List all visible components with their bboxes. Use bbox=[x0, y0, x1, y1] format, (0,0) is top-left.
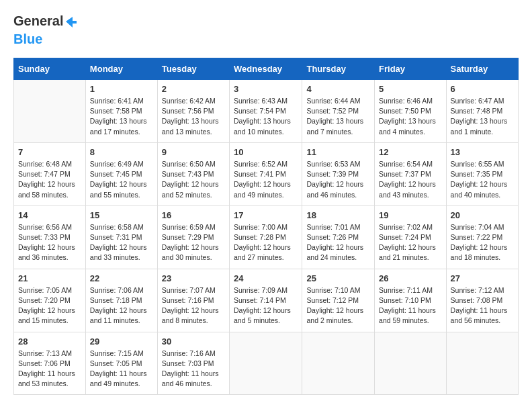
calendar-cell: 30Sunrise: 7:16 AM Sunset: 7:03 PM Dayli… bbox=[157, 332, 229, 395]
calendar-cell: 4Sunrise: 6:44 AM Sunset: 7:52 PM Daylig… bbox=[302, 80, 375, 143]
calendar-week-row-4: 21Sunrise: 7:05 AM Sunset: 7:20 PM Dayli… bbox=[14, 269, 519, 332]
logo-general-text: General bbox=[13, 13, 63, 29]
day-info: Sunrise: 6:43 AM Sunset: 7:54 PM Dayligh… bbox=[234, 96, 298, 137]
day-info: Sunrise: 7:10 AM Sunset: 7:12 PM Dayligh… bbox=[306, 285, 370, 326]
day-info: Sunrise: 7:05 AM Sunset: 7:20 PM Dayligh… bbox=[18, 285, 81, 326]
day-number: 26 bbox=[379, 273, 441, 283]
calendar-cell bbox=[446, 332, 518, 395]
calendar-cell: 25Sunrise: 7:10 AM Sunset: 7:12 PM Dayli… bbox=[302, 269, 375, 332]
calendar-cell: 29Sunrise: 7:15 AM Sunset: 7:05 PM Dayli… bbox=[85, 332, 157, 395]
day-number: 22 bbox=[90, 273, 153, 283]
day-number: 10 bbox=[234, 147, 298, 157]
day-number: 28 bbox=[18, 336, 81, 347]
day-number: 3 bbox=[234, 84, 298, 94]
calendar-cell: 13Sunrise: 6:55 AM Sunset: 7:35 PM Dayli… bbox=[446, 142, 518, 205]
calendar-cell: 26Sunrise: 7:11 AM Sunset: 7:10 PM Dayli… bbox=[375, 269, 446, 332]
weekday-header-row: SundayMondayTuesdayWednesdayThursdayFrid… bbox=[14, 58, 519, 80]
weekday-header-sunday: Sunday bbox=[14, 58, 86, 80]
day-number: 2 bbox=[162, 84, 225, 94]
calendar-cell bbox=[14, 80, 86, 143]
svg-marker-0 bbox=[66, 17, 77, 28]
day-number: 29 bbox=[90, 336, 153, 347]
calendar-cell: 21Sunrise: 7:05 AM Sunset: 7:20 PM Dayli… bbox=[14, 269, 86, 332]
calendar-week-row-2: 7Sunrise: 6:48 AM Sunset: 7:47 PM Daylig… bbox=[14, 142, 519, 205]
calendar-cell: 9Sunrise: 6:50 AM Sunset: 7:43 PM Daylig… bbox=[157, 142, 229, 205]
calendar-cell: 12Sunrise: 6:54 AM Sunset: 7:37 PM Dayli… bbox=[375, 142, 446, 205]
calendar-cell: 15Sunrise: 6:58 AM Sunset: 7:31 PM Dayli… bbox=[85, 205, 157, 269]
day-number: 1 bbox=[90, 84, 153, 94]
day-info: Sunrise: 6:59 AM Sunset: 7:29 PM Dayligh… bbox=[162, 222, 225, 263]
calendar-cell: 23Sunrise: 7:07 AM Sunset: 7:16 PM Dayli… bbox=[157, 269, 229, 332]
day-number: 30 bbox=[162, 336, 225, 347]
calendar-cell: 8Sunrise: 6:49 AM Sunset: 7:45 PM Daylig… bbox=[85, 142, 157, 205]
day-number: 14 bbox=[18, 210, 81, 220]
day-info: Sunrise: 7:13 AM Sunset: 7:06 PM Dayligh… bbox=[18, 349, 81, 390]
day-info: Sunrise: 6:56 AM Sunset: 7:33 PM Dayligh… bbox=[18, 222, 81, 263]
calendar-cell: 18Sunrise: 7:01 AM Sunset: 7:26 PM Dayli… bbox=[302, 205, 375, 269]
logo-bird-icon bbox=[63, 14, 78, 29]
calendar-cell: 10Sunrise: 6:52 AM Sunset: 7:41 PM Dayli… bbox=[230, 142, 302, 205]
calendar-week-row-5: 28Sunrise: 7:13 AM Sunset: 7:06 PM Dayli… bbox=[14, 332, 519, 395]
day-info: Sunrise: 7:15 AM Sunset: 7:05 PM Dayligh… bbox=[90, 349, 153, 390]
day-number: 11 bbox=[306, 147, 370, 157]
day-info: Sunrise: 6:55 AM Sunset: 7:35 PM Dayligh… bbox=[451, 159, 514, 200]
day-info: Sunrise: 7:01 AM Sunset: 7:26 PM Dayligh… bbox=[306, 222, 370, 263]
day-number: 8 bbox=[90, 147, 153, 157]
day-number: 25 bbox=[306, 273, 370, 283]
page-header: GeneralBlue bbox=[13, 13, 519, 47]
day-number: 19 bbox=[379, 210, 441, 220]
day-info: Sunrise: 6:44 AM Sunset: 7:52 PM Dayligh… bbox=[306, 96, 370, 137]
day-number: 17 bbox=[234, 210, 298, 220]
day-info: Sunrise: 7:00 AM Sunset: 7:28 PM Dayligh… bbox=[234, 222, 298, 263]
day-info: Sunrise: 7:02 AM Sunset: 7:24 PM Dayligh… bbox=[379, 222, 441, 263]
day-info: Sunrise: 7:12 AM Sunset: 7:08 PM Dayligh… bbox=[451, 285, 514, 326]
day-info: Sunrise: 6:52 AM Sunset: 7:41 PM Dayligh… bbox=[234, 159, 298, 200]
day-number: 7 bbox=[18, 147, 81, 157]
calendar-cell: 11Sunrise: 6:53 AM Sunset: 7:39 PM Dayli… bbox=[302, 142, 375, 205]
day-number: 20 bbox=[451, 210, 514, 220]
calendar-cell: 27Sunrise: 7:12 AM Sunset: 7:08 PM Dayli… bbox=[446, 269, 518, 332]
day-info: Sunrise: 6:54 AM Sunset: 7:37 PM Dayligh… bbox=[379, 159, 441, 200]
calendar-cell: 22Sunrise: 7:06 AM Sunset: 7:18 PM Dayli… bbox=[85, 269, 157, 332]
day-info: Sunrise: 7:11 AM Sunset: 7:10 PM Dayligh… bbox=[379, 285, 441, 326]
day-info: Sunrise: 7:04 AM Sunset: 7:22 PM Dayligh… bbox=[451, 222, 514, 263]
calendar-table: SundayMondayTuesdayWednesdayThursdayFrid… bbox=[13, 58, 519, 395]
day-info: Sunrise: 7:06 AM Sunset: 7:18 PM Dayligh… bbox=[90, 285, 153, 326]
weekday-header-monday: Monday bbox=[85, 58, 157, 80]
day-info: Sunrise: 7:16 AM Sunset: 7:03 PM Dayligh… bbox=[162, 349, 225, 390]
day-info: Sunrise: 6:53 AM Sunset: 7:39 PM Dayligh… bbox=[306, 159, 370, 200]
calendar-cell: 24Sunrise: 7:09 AM Sunset: 7:14 PM Dayli… bbox=[230, 269, 302, 332]
day-number: 6 bbox=[451, 84, 514, 94]
day-info: Sunrise: 6:46 AM Sunset: 7:50 PM Dayligh… bbox=[379, 96, 441, 137]
day-number: 15 bbox=[90, 210, 153, 220]
day-info: Sunrise: 6:41 AM Sunset: 7:58 PM Dayligh… bbox=[90, 96, 153, 137]
day-number: 4 bbox=[306, 84, 370, 94]
calendar-cell: 3Sunrise: 6:43 AM Sunset: 7:54 PM Daylig… bbox=[230, 80, 302, 143]
day-info: Sunrise: 6:48 AM Sunset: 7:47 PM Dayligh… bbox=[18, 159, 81, 200]
day-number: 5 bbox=[379, 84, 441, 94]
day-info: Sunrise: 6:42 AM Sunset: 7:56 PM Dayligh… bbox=[162, 96, 225, 137]
day-info: Sunrise: 6:58 AM Sunset: 7:31 PM Dayligh… bbox=[90, 222, 153, 263]
day-info: Sunrise: 6:50 AM Sunset: 7:43 PM Dayligh… bbox=[162, 159, 225, 200]
weekday-header-wednesday: Wednesday bbox=[230, 58, 302, 80]
day-number: 18 bbox=[306, 210, 370, 220]
day-number: 16 bbox=[162, 210, 225, 220]
day-number: 27 bbox=[451, 273, 514, 283]
logo: GeneralBlue bbox=[13, 13, 78, 47]
calendar-cell: 1Sunrise: 6:41 AM Sunset: 7:58 PM Daylig… bbox=[85, 80, 157, 143]
day-number: 21 bbox=[18, 273, 81, 283]
calendar-cell: 2Sunrise: 6:42 AM Sunset: 7:56 PM Daylig… bbox=[157, 80, 229, 143]
calendar-cell: 14Sunrise: 6:56 AM Sunset: 7:33 PM Dayli… bbox=[14, 205, 86, 269]
calendar-cell: 28Sunrise: 7:13 AM Sunset: 7:06 PM Dayli… bbox=[14, 332, 86, 395]
day-info: Sunrise: 6:49 AM Sunset: 7:45 PM Dayligh… bbox=[90, 159, 153, 200]
day-number: 13 bbox=[451, 147, 514, 157]
day-info: Sunrise: 6:47 AM Sunset: 7:48 PM Dayligh… bbox=[451, 96, 514, 137]
calendar-cell: 20Sunrise: 7:04 AM Sunset: 7:22 PM Dayli… bbox=[446, 205, 518, 269]
calendar-cell bbox=[230, 332, 302, 395]
calendar-cell: 7Sunrise: 6:48 AM Sunset: 7:47 PM Daylig… bbox=[14, 142, 86, 205]
weekday-header-thursday: Thursday bbox=[302, 58, 375, 80]
weekday-header-friday: Friday bbox=[375, 58, 446, 80]
day-number: 24 bbox=[234, 273, 298, 283]
calendar-cell bbox=[375, 332, 446, 395]
calendar-week-row-1: 1Sunrise: 6:41 AM Sunset: 7:58 PM Daylig… bbox=[14, 80, 519, 143]
